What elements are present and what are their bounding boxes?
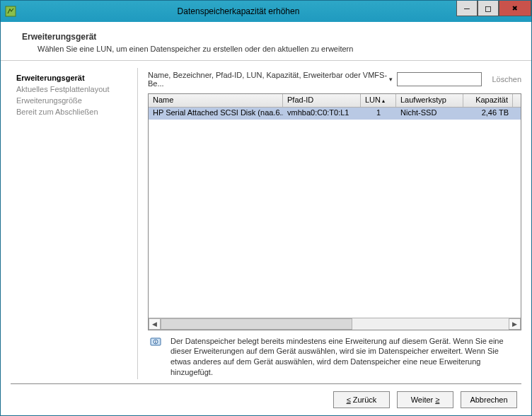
- back-button-label: Zurück: [353, 395, 377, 404]
- app-icon: [1, 1, 21, 22]
- svg-rect-4: [155, 342, 156, 343]
- next-button[interactable]: Weiter ≥: [397, 391, 453, 408]
- chevron-down-icon: ▾: [389, 76, 393, 83]
- device-table: Name Pfad-ID LUN Laufwerkstyp Kapazität …: [148, 93, 521, 330]
- cell-path: vmhba0:C0:T0:L1: [283, 108, 361, 120]
- wizard-body: Erweiterungsgerät Aktuelles Festplattenl…: [1, 61, 531, 379]
- filter-input[interactable]: [397, 72, 482, 86]
- cancel-button[interactable]: Abbrechen: [461, 391, 517, 408]
- wizard-steps-sidebar: Erweiterungsgerät Aktuelles Festplattenl…: [11, 68, 138, 379]
- step-ready-complete[interactable]: Bereit zum Abschließen: [16, 106, 133, 117]
- scroll-right-arrow-icon[interactable]: ▶: [509, 318, 521, 330]
- cell-capacity: 2,46 TB: [463, 108, 513, 120]
- maximize-button[interactable]: □: [478, 1, 499, 16]
- minimize-button[interactable]: –: [456, 1, 478, 16]
- wizard-header: Erweiterungsgerät Wählen Sie eine LUN, u…: [1, 22, 531, 61]
- info-text: Der Datenspeicher belegt bereits mindest…: [170, 336, 520, 378]
- page-title: Erweiterungsgerät: [22, 32, 517, 42]
- column-path-id[interactable]: Pfad-ID: [283, 94, 361, 107]
- titlebar[interactable]: Datenspeicherkapazität erhöhen – □ ✖: [1, 1, 531, 22]
- scroll-left-arrow-icon[interactable]: ◀: [149, 318, 161, 330]
- filter-label-text: Name, Bezeichner, Pfad-ID, LUN, Kapazitä…: [148, 71, 388, 88]
- horizontal-scrollbar[interactable]: ◀ ▶: [149, 318, 521, 330]
- table-header: Name Pfad-ID LUN Laufwerkstyp Kapazität: [149, 94, 521, 108]
- cell-lun: 1: [361, 108, 396, 120]
- step-extent-device[interactable]: Erweiterungsgerät: [16, 72, 133, 83]
- window-controls: – □ ✖: [456, 1, 531, 16]
- step-extent-size[interactable]: Erweiterungsgröße: [16, 95, 133, 106]
- column-drive-type[interactable]: Laufwerkstyp: [396, 94, 463, 107]
- scroll-track[interactable]: [161, 318, 509, 330]
- cell-type: Nicht-SSD: [396, 108, 463, 120]
- table-row[interactable]: HP Serial Attached SCSI Disk (naa.6... v…: [149, 108, 521, 120]
- info-icon: [149, 336, 163, 349]
- filter-row: Name, Bezeichner, Pfad-ID, LUN, Kapazitä…: [148, 71, 521, 88]
- next-button-label: Weiter: [411, 395, 434, 404]
- column-capacity[interactable]: Kapazität: [463, 94, 513, 107]
- dialog-window: Datenspeicherkapazität erhöhen – □ ✖ Erw…: [0, 0, 532, 416]
- back-button[interactable]: ≤ Zurück: [333, 391, 390, 408]
- svg-rect-0: [6, 6, 16, 16]
- table-body: HP Serial Attached SCSI Disk (naa.6... v…: [149, 108, 521, 318]
- page-subtitle: Wählen Sie eine LUN, um einen Datenspeic…: [22, 45, 517, 53]
- info-panel: Der Datenspeicher belegt bereits mindest…: [148, 330, 521, 379]
- filter-label[interactable]: Name, Bezeichner, Pfad-ID, LUN, Kapazitä…: [148, 71, 393, 88]
- wizard-content: Name, Bezeichner, Pfad-ID, LUN, Kapazitä…: [138, 68, 521, 379]
- svg-rect-3: [155, 340, 156, 341]
- close-button[interactable]: ✖: [499, 1, 531, 16]
- scroll-thumb[interactable]: [161, 318, 352, 330]
- column-name[interactable]: Name: [149, 94, 283, 107]
- window-title: Datenspeicherkapazität erhöhen: [21, 6, 456, 16]
- cell-name: HP Serial Attached SCSI Disk (naa.6...: [149, 108, 283, 120]
- clear-filter-link[interactable]: Löschen: [492, 75, 521, 83]
- step-current-layout[interactable]: Aktuelles Festplattenlayout: [16, 83, 133, 95]
- column-lun[interactable]: LUN: [361, 94, 396, 107]
- wizard-footer: ≤ Zurück Weiter ≥ Abbrechen: [1, 384, 531, 415]
